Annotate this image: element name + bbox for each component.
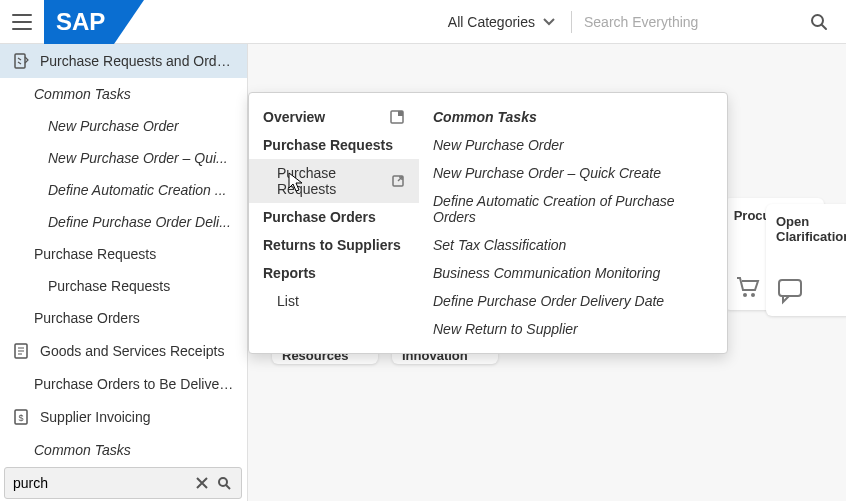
sidebar-item-new-po[interactable]: New Purchase Order (0, 110, 247, 142)
sidebar-item-label: Supplier Invoicing (40, 409, 151, 425)
flyout-ct-set-tax[interactable]: Set Tax Classification (419, 231, 727, 259)
svg-text:SAP: SAP (56, 8, 105, 35)
flyout-label: Set Tax Classification (433, 237, 566, 253)
sidebar-item-new-po-quick[interactable]: New Purchase Order – Qui... (0, 142, 247, 174)
flyout-label: List (277, 293, 299, 309)
flyout-ct-new-return[interactable]: New Return to Supplier (419, 315, 727, 343)
overview-icon (389, 109, 405, 125)
open-new-icon (391, 174, 405, 188)
sidebar-search-input[interactable] (11, 474, 191, 492)
flyout-purchase-requests-sub[interactable]: Purchase Requests (249, 159, 419, 203)
tile-title: Open Clarifications (776, 214, 846, 244)
sidebar-item-define-deliv[interactable]: Define Purchase Order Deli... (0, 206, 247, 238)
top-search-area: All Categories (442, 9, 836, 35)
sidebar-item-label: Define Purchase Order Deli... (48, 214, 231, 230)
sidebar-item-purchase-requests-sub[interactable]: Purchase Requests (0, 270, 247, 302)
flyout-purchase-orders[interactable]: Purchase Orders (249, 203, 419, 231)
sidebar-item-define-auto[interactable]: Define Automatic Creation ... (0, 174, 247, 206)
flyout-ct-new-po[interactable]: New Purchase Order (419, 131, 727, 159)
svg-rect-21 (398, 111, 403, 116)
svg-line-3 (822, 25, 826, 29)
global-search (582, 9, 836, 35)
flyout-label: New Return to Supplier (433, 321, 578, 337)
flyout-label: New Purchase Order (433, 137, 564, 153)
svg-point-18 (743, 293, 747, 297)
flyout-list[interactable]: List (249, 287, 419, 315)
flyout-ct-define-auto[interactable]: Define Automatic Creation of Purchase Or… (419, 187, 727, 231)
flyout-ct-bcm[interactable]: Business Communication Monitoring (419, 259, 727, 287)
flyout-label: Common Tasks (433, 109, 537, 125)
flyout-returns[interactable]: Returns to Suppliers (249, 231, 419, 259)
vertical-divider (571, 11, 572, 33)
search-icon (810, 13, 828, 31)
flyout-label: Define Purchase Order Delivery Date (433, 293, 664, 309)
sidebar-item-goods-receipts[interactable]: Goods and Services Receipts (0, 334, 247, 368)
flyout-purchase-requests[interactable]: Purchase Requests (249, 131, 419, 159)
flyout-label: Business Communication Monitoring (433, 265, 660, 281)
flyout-ct-deliv[interactable]: Define Purchase Order Delivery Date (419, 287, 727, 315)
sidebar-common-tasks-header[interactable]: Common Tasks (0, 78, 247, 110)
sidebar-search-button[interactable] (213, 474, 235, 492)
sidebar-bottom-search (4, 467, 242, 499)
search-button[interactable] (802, 9, 836, 35)
flyout-label: Purchase Requests (263, 137, 393, 153)
sidebar-item-label: Purchase Requests (48, 278, 170, 294)
sidebar-item-label: Purchase Orders to Be Delivered (34, 376, 235, 392)
sidebar-item-purchase-requests[interactable]: Purchase Requests (0, 238, 247, 270)
document-icon (12, 52, 30, 70)
svg-point-8 (219, 478, 227, 486)
sidebar-item-label: Common Tasks (34, 86, 131, 102)
svg-point-19 (751, 293, 755, 297)
sidebar-item-label: Purchase Orders (34, 310, 140, 326)
category-label: All Categories (448, 14, 535, 30)
tile-open-clarifications[interactable]: Open Clarifications (766, 204, 846, 316)
sidebar: Purchase Requests and Orders Common Task… (0, 44, 248, 501)
sidebar-item-purchase-requests-orders[interactable]: Purchase Requests and Orders (0, 44, 247, 78)
search-icon (217, 476, 231, 490)
sidebar-item-label: New Purchase Order (48, 118, 179, 134)
search-input[interactable] (582, 13, 792, 31)
sidebar-si-common-tasks[interactable]: Common Tasks (0, 434, 247, 466)
sidebar-item-label: Purchase Requests (34, 246, 156, 262)
flyout-label: Purchase Requests (277, 165, 391, 197)
flyout-overview[interactable]: Overview (249, 103, 419, 131)
flyout-ct-new-po-quick[interactable]: New Purchase Order – Quick Create (419, 159, 727, 187)
flyout-label: Define Automatic Creation of Purchase Or… (433, 193, 675, 225)
close-icon (195, 476, 209, 490)
category-dropdown[interactable]: All Categories (442, 10, 561, 34)
svg-rect-4 (15, 54, 25, 68)
invoice-icon: $ (12, 408, 30, 426)
receipt-icon (12, 342, 30, 360)
clear-search-button[interactable] (191, 474, 213, 492)
sidebar-item-label: Purchase Requests and Orders (40, 53, 235, 69)
flyout-label: Returns to Suppliers (263, 237, 401, 253)
flyout-common-tasks-header: Common Tasks (419, 103, 727, 131)
sidebar-item-label: New Purchase Order – Qui... (48, 150, 228, 166)
flyout-label: Overview (263, 109, 325, 125)
hamburger-menu-icon[interactable] (10, 10, 34, 34)
flyout-menu: Overview Purchase Requests Purchase Requ… (248, 92, 728, 354)
sidebar-item-po-delivered[interactable]: Purchase Orders to Be Delivered (0, 368, 247, 400)
sidebar-item-label: Define Automatic Creation ... (48, 182, 226, 198)
sidebar-item-label: Common Tasks (34, 442, 131, 458)
sidebar-item-supplier-invoicing[interactable]: $ Supplier Invoicing (0, 400, 247, 434)
flyout-label: Purchase Orders (263, 209, 376, 225)
sidebar-item-label: Goods and Services Receipts (40, 343, 224, 359)
top-bar: SAP All Categories (0, 0, 846, 44)
sap-logo[interactable]: SAP (44, 0, 144, 44)
sidebar-item-purchase-orders[interactable]: Purchase Orders (0, 302, 247, 334)
flyout-reports[interactable]: Reports (249, 259, 419, 287)
flyout-label: Reports (263, 265, 316, 281)
svg-line-9 (226, 485, 230, 489)
flyout-label: New Purchase Order – Quick Create (433, 165, 661, 181)
chevron-down-icon (543, 18, 555, 26)
svg-text:$: $ (18, 413, 23, 423)
chat-icon (776, 276, 846, 306)
svg-rect-10 (779, 280, 801, 296)
